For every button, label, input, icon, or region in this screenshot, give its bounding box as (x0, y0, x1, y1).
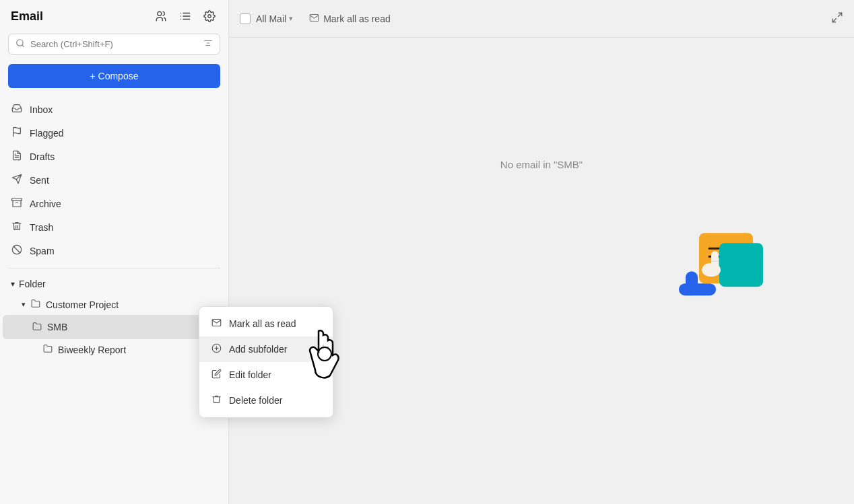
sidebar-item-sent[interactable]: Sent (3, 168, 226, 192)
context-mark-read-icon (210, 318, 222, 330)
svg-line-9 (22, 45, 24, 47)
context-menu-item-add-subfolder[interactable]: Add subfolder (199, 336, 333, 362)
context-menu: Mark all as read Add subfolder Edit fold… (199, 306, 333, 418)
people-icon (155, 10, 167, 22)
svg-point-7 (208, 15, 211, 18)
compose-button[interactable]: + Compose (8, 64, 220, 88)
context-mark-all-read-label: Mark all as read (229, 318, 296, 329)
context-delete-folder-label: Delete folder (229, 395, 282, 406)
people-icon-btn[interactable] (153, 8, 169, 24)
folder-smb-label: SMB (47, 322, 67, 332)
sidebar-icon-group (153, 8, 218, 24)
sent-icon (11, 174, 23, 186)
folder-chevron-icon: ▾ (11, 279, 15, 289)
all-mail-selector: All Mail ▾ (240, 13, 293, 24)
inbox-label: Inbox (30, 104, 53, 115)
sidebar: Email + C (0, 0, 229, 504)
svg-rect-29 (719, 243, 763, 287)
trash-label: Trash (30, 222, 53, 233)
archive-label: Archive (30, 199, 61, 209)
context-menu-item-mark-all-read[interactable]: Mark all as read (199, 311, 333, 336)
folder-biweekly-label: Biweekly Report (58, 345, 126, 355)
app-title: Email (11, 9, 43, 24)
spam-label: Spam (30, 246, 55, 256)
svg-point-0 (158, 11, 162, 15)
settings-icon (203, 10, 216, 22)
flagged-label: Flagged (30, 128, 64, 139)
folder-chevron-customer-icon: ▾ (22, 300, 26, 309)
context-edit-folder-label: Edit folder (229, 369, 271, 380)
main-header: All Mail ▾ Mark all as read (229, 0, 854, 38)
svg-line-22 (839, 13, 842, 16)
sidebar-header: Email (0, 0, 228, 30)
sidebar-item-trash[interactable]: Trash (3, 215, 226, 239)
flagged-icon (11, 127, 23, 139)
context-add-subfolder-label: Add subfolder (229, 344, 287, 355)
search-input[interactable] (30, 39, 198, 49)
filter-icon[interactable] (203, 38, 213, 50)
context-add-subfolder-icon (210, 343, 222, 355)
list-icon-btn[interactable] (177, 8, 193, 24)
search-icon (15, 38, 25, 50)
main-area: All Mail ▾ Mark all as read No email in … (229, 0, 854, 504)
folder-customer-project-icon (31, 299, 40, 310)
nav-list: Inbox Flagged Drafts Sent Archive (0, 98, 228, 262)
folder-smb-icon (32, 322, 42, 333)
sidebar-item-archive[interactable]: Archive (3, 192, 226, 215)
folder-section: ▾ Folder ▾ Customer Project SMB ··· Biwe… (0, 274, 228, 360)
all-mail-label[interactable]: All Mail ▾ (256, 13, 293, 24)
mark-all-read-button[interactable]: Mark all as read (304, 10, 396, 28)
sidebar-item-flagged[interactable]: Flagged (3, 121, 226, 145)
folder-section-label: Folder (19, 279, 46, 289)
context-edit-folder-icon (210, 369, 222, 381)
archive-icon (11, 197, 23, 210)
main-body: No email in "SMB" (229, 38, 854, 504)
nav-divider (8, 268, 220, 268)
mark-read-icon (309, 13, 319, 25)
sidebar-item-drafts[interactable]: Drafts (3, 145, 226, 168)
inbox-icon (11, 103, 23, 116)
folder-item-customer-project[interactable]: ▾ Customer Project (3, 294, 226, 315)
svg-rect-25 (686, 271, 698, 295)
context-delete-folder-icon (210, 394, 222, 406)
expand-icon[interactable] (831, 11, 843, 26)
all-mail-checkbox[interactable] (240, 13, 251, 24)
drafts-icon (11, 150, 23, 163)
sent-label: Sent (30, 175, 49, 186)
folder-customer-project-label: Customer Project (46, 299, 119, 310)
folder-section-header[interactable]: ▾ Folder (3, 274, 226, 294)
svg-line-21 (13, 246, 20, 252)
empty-state-illustration (665, 209, 773, 312)
svg-line-23 (832, 18, 836, 22)
empty-state-message: No email in "SMB" (500, 159, 583, 170)
list-icon (179, 10, 191, 22)
folder-item-biweekly-report[interactable]: Biweekly Report (3, 339, 226, 360)
context-menu-item-edit-folder[interactable]: Edit folder (199, 362, 333, 388)
svg-rect-32 (711, 251, 719, 270)
settings-icon-btn[interactable] (201, 8, 218, 24)
folder-biweekly-icon (43, 344, 53, 355)
folder-item-smb[interactable]: SMB ··· (3, 315, 226, 339)
sidebar-item-spam[interactable]: Spam (3, 239, 226, 262)
spam-icon (11, 244, 23, 257)
illustration-svg (665, 209, 773, 310)
trash-icon (11, 221, 23, 233)
sidebar-item-inbox[interactable]: Inbox (3, 98, 226, 121)
mark-all-read-label: Mark all as read (323, 13, 391, 24)
all-mail-chevron-icon: ▾ (289, 14, 293, 23)
search-bar[interactable] (8, 34, 220, 55)
context-menu-item-delete-folder[interactable]: Delete folder (199, 388, 333, 413)
svg-rect-18 (12, 199, 22, 201)
drafts-label: Drafts (30, 151, 55, 162)
